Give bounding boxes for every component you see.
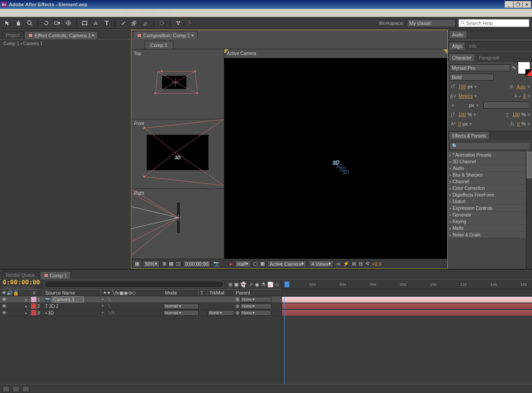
col-index[interactable]: # [31,290,43,296]
frame-blend-icon[interactable]: ⫽ [248,282,253,287]
help-search-input[interactable] [466,20,527,26]
menu-window[interactable]: Window [139,10,156,16]
menu-effect[interactable]: Effect [78,10,91,16]
text-tool-icon[interactable]: T [102,18,112,28]
eraser-tool-icon[interactable] [141,18,150,28]
pickwhip-icon[interactable]: ⊚ [234,303,240,309]
expand-panes-icon[interactable] [3,386,10,392]
hscale-value[interactable]: 100 [512,112,520,117]
blend-mode-select[interactable]: Normal ▾ [163,303,199,309]
eye-icon[interactable]: 👁 [2,310,7,315]
color-swatch[interactable] [518,62,530,74]
tab-composition[interactable]: Composition: Comp 1 ▾ [133,31,198,39]
effects-category[interactable]: Expression Controls [448,205,532,212]
effects-category[interactable]: Color Correction [448,185,532,192]
effects-category[interactable]: Noise & Grain [448,232,532,238]
comp-tab[interactable]: Comp 1 [145,41,173,49]
kerning-value[interactable]: Metrics [458,94,473,98]
effects-category[interactable]: Blur & Sharpen [448,172,532,178]
roi-icon[interactable]: ▢ [253,261,258,267]
puppet-tool-icon[interactable] [173,18,183,28]
layer-name[interactable]: ▪ 3D [43,310,101,315]
tab-audio[interactable]: Audio [450,31,466,38]
snapshot-icon[interactable]: 📷 [213,261,219,267]
pen-tool-icon[interactable] [91,18,101,28]
layer-name[interactable]: T 3D 2 [43,304,101,309]
pan-behind-tool-icon[interactable] [63,18,73,28]
layout-select[interactable]: 4 Views ▾ [309,260,333,267]
tab-info[interactable]: Info [466,43,479,50]
time-ruler[interactable]: 02s 04s 06s 08s 10s 12s 14s 16s [282,279,532,289]
pixel-aspect-icon[interactable]: ▭ [336,261,340,267]
shy-icon[interactable]: 👻 [240,282,246,287]
tsume-value[interactable]: 0 [517,122,520,126]
menu-edit[interactable]: Edit [15,10,23,16]
tab-timeline-comp[interactable]: Comp 1 [40,271,71,279]
fast-preview-icon[interactable]: ⚡ [343,261,349,267]
parent-select[interactable]: None ▾ [240,310,271,316]
effects-category[interactable]: Generate [448,212,532,218]
col-parent[interactable]: Parent [234,290,282,296]
tracking-value[interactable]: 0 [523,94,526,98]
layer-bar[interactable] [282,310,532,316]
menu-file[interactable]: File [2,10,10,16]
vscale-value[interactable]: 100 [458,112,466,117]
maximize-button[interactable]: ❐ [513,1,522,8]
layer-switches[interactable]: ✦ ╲ [101,297,163,302]
toggle-modes-icon[interactable] [22,386,29,392]
leading-value[interactable]: Auto [516,84,526,89]
effects-category[interactable]: Keying [448,218,532,225]
layer-color-swatch[interactable] [31,297,36,302]
menu-composition[interactable]: Composition [29,10,56,16]
zoom-tool-icon[interactable] [25,18,35,28]
grid-icon[interactable]: ▦ [169,261,173,267]
tab-project[interactable]: Project [2,31,23,39]
tab-effect-controls[interactable]: Effect Controls: Camera 1 ▾ [24,31,98,39]
layer-color-swatch[interactable] [31,310,36,315]
layer-switches[interactable]: ✦ ╲ fx [101,310,163,315]
camera-tool-icon[interactable] [52,18,62,28]
pickwhip-icon[interactable]: ⊚ [234,297,240,303]
stroke-style-select[interactable] [483,102,530,109]
mask-icon[interactable]: ◫ [176,261,180,267]
minimize-button[interactable]: _ [505,1,513,8]
menu-view[interactable]: View [123,10,134,16]
font-family-select[interactable]: Myriad Pro [450,64,510,71]
tab-character[interactable]: Character [450,54,474,61]
comp-mini-icon[interactable]: ⊞ [228,282,232,287]
rectangle-tool-icon[interactable] [80,18,90,28]
menu-animation[interactable]: Animation [96,10,118,16]
layer-bar[interactable] [282,303,532,309]
parent-select[interactable]: None ▾ [240,297,271,303]
channel-icon[interactable]: ● [229,261,232,267]
res-full-icon[interactable]: ⊞ [162,261,166,267]
eyedropper-icon[interactable]: ✎ [512,65,516,71]
close-button[interactable]: ✕ [522,1,531,8]
always-preview-icon[interactable]: ▦ [134,261,140,267]
zoom-select[interactable]: 50% ▾ [143,260,160,267]
effects-scrollbar[interactable] [526,152,532,269]
view-select[interactable]: Active Camera ▾ [267,260,306,267]
view-top[interactable]: Top [131,49,224,119]
effects-category[interactable]: Matte [448,225,532,232]
view-front[interactable]: Front 3D [131,119,224,189]
view-right[interactable]: Right [131,189,224,259]
effects-category[interactable]: Distort [448,198,532,205]
eye-icon[interactable]: 👁 [2,297,7,302]
current-time[interactable]: 0:00:00:00 [3,279,40,286]
selection-tool-icon[interactable] [3,18,12,28]
layer-bar-camera[interactable] [282,297,532,303]
workspace-select[interactable]: My classic [407,19,456,27]
playhead-icon[interactable] [284,279,289,289]
timeline-layer-row[interactable]: 👁▸1📷 Camera 1✦ ╲ ⊚None ▾ [0,296,282,303]
effects-search[interactable]: 🔍 [450,142,530,150]
timeline-layer-row[interactable]: 👁▸3▪ 3D✦ ╲ fxNormal ▾None ▾⊚None ▾ [0,310,282,316]
col-source[interactable]: Source Name [43,290,101,296]
parent-select[interactable]: None ▾ [240,303,271,309]
layer-name[interactable]: 📷 Camera 1 [43,297,101,302]
time-display[interactable]: 0:00:00:00 [183,260,211,267]
exposure-reset-icon[interactable]: ⟲ [365,261,369,267]
effects-category[interactable]: * Animation Presets [448,152,532,158]
flowchart-icon[interactable]: ⊟ [359,261,363,267]
col-trkmat[interactable]: TrkMat [207,290,234,296]
